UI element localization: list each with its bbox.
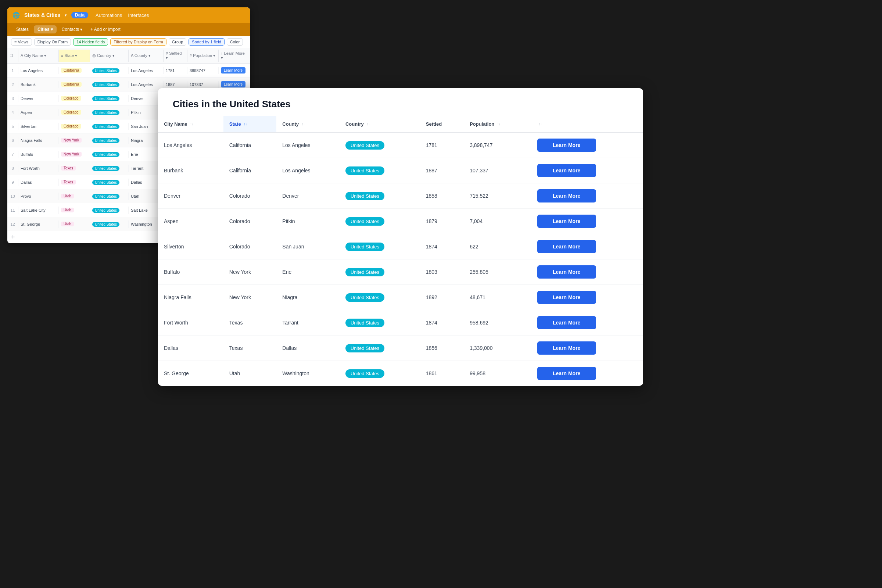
front-cell-population: 48,671 — [464, 285, 531, 310]
learn-more-button[interactable]: Learn More — [537, 367, 596, 380]
front-cell-population: 255,805 — [464, 260, 531, 285]
front-cell-city: Burbank — [158, 158, 224, 183]
col-county[interactable]: A County ▾ — [129, 50, 164, 62]
cell-country: United States — [90, 123, 129, 130]
list-item: Los Angeles California Los Angeles Unite… — [158, 132, 643, 158]
nav-interfaces[interactable]: Interfaces — [128, 12, 149, 18]
list-item: Dallas Texas Dallas United States 1856 1… — [158, 336, 643, 361]
front-panel: Cities in the United States City Name ↑↓… — [158, 88, 643, 386]
front-cell-state: Colorado — [224, 234, 276, 260]
learn-more-button[interactable]: Learn More — [537, 341, 596, 355]
pop-sort-icon: ↑↓ — [497, 123, 501, 126]
cell-city: Dallas — [18, 178, 59, 186]
learn-more-button[interactable]: Learn More — [221, 67, 246, 74]
th-country[interactable]: Country ↑↓ — [340, 116, 420, 132]
color-button[interactable]: Color — [227, 38, 243, 46]
col-learn-more[interactable]: ↑ Learn More ▾ — [219, 50, 248, 62]
sort-button[interactable]: Sorted by 1 field — [189, 38, 225, 46]
front-cell-action: Learn More — [531, 260, 643, 285]
front-cell-county: Los Angeles — [276, 158, 340, 183]
learn-more-button[interactable]: Learn More — [537, 164, 596, 177]
learn-more-button[interactable]: Learn More — [537, 189, 596, 202]
list-item: Burbank California Los Angeles United St… — [158, 158, 643, 183]
group-button[interactable]: Group — [169, 38, 187, 46]
th-population[interactable]: Population ↑↓ — [464, 116, 531, 132]
front-cell-county: Washington — [276, 361, 340, 386]
front-cell-city: Aspen — [158, 209, 224, 234]
front-cell-county: Pitkin — [276, 209, 340, 234]
front-cell-action: Learn More — [531, 183, 643, 209]
county-sort-icon: ↑↓ — [302, 123, 305, 126]
front-cell-county: Dallas — [276, 336, 340, 361]
front-cell-city: Silverton — [158, 234, 224, 260]
learn-more-button[interactable]: Learn More — [537, 266, 596, 279]
cell-state: Texas — [59, 164, 90, 172]
learn-more-button[interactable]: Learn More — [537, 138, 596, 152]
hidden-fields-button[interactable]: 14 hidden fields — [73, 38, 108, 46]
list-item: Fort Worth Texas Tarrant United States 1… — [158, 310, 643, 336]
row-number: 3 — [8, 95, 18, 102]
col-country[interactable]: ◎ Country ▾ — [90, 50, 129, 62]
learn-more-button[interactable]: Learn More — [537, 316, 596, 329]
action-sort-icon: ↑↓ — [539, 123, 542, 126]
nav-automations[interactable]: Automations — [96, 12, 122, 18]
cell-state: Utah — [59, 206, 90, 214]
front-cell-city: Buffalo — [158, 260, 224, 285]
cell-city: Silverton — [18, 123, 59, 130]
row-number: 10 — [8, 193, 18, 200]
column-headers: ☐ A City Name ▾ ≡ State ▾ ◎ Country ▾ A … — [8, 48, 250, 64]
cell-country: United States — [90, 81, 129, 88]
col-city-name[interactable]: A City Name ▾ — [18, 50, 59, 62]
views-button[interactable]: ≡ Views — [11, 38, 32, 46]
cell-state: New York — [59, 150, 90, 158]
th-city-name[interactable]: City Name ↑↓ — [158, 116, 224, 132]
tab-contacts[interactable]: Contacts ▾ — [58, 26, 86, 33]
cell-city: Provo — [18, 193, 59, 200]
front-table-header-row: City Name ↑↓ State ↑↓ County ↑↓ Country … — [158, 116, 643, 132]
front-table-body: Los Angeles California Los Angeles Unite… — [158, 132, 643, 386]
front-cell-country: United States — [340, 285, 420, 310]
cell-state: California — [59, 66, 90, 74]
front-cell-country: United States — [340, 132, 420, 158]
th-county[interactable]: County ↑↓ — [276, 116, 340, 132]
list-item: Niagra Falls New York Niagra United Stat… — [158, 285, 643, 310]
col-settled[interactable]: # Settled ▾ — [164, 50, 188, 62]
cell-country: United States — [90, 109, 129, 116]
front-cell-country: United States — [340, 209, 420, 234]
list-item: Silverton Colorado San Juan United State… — [158, 234, 643, 260]
nav-links: Automations Interfaces — [96, 12, 149, 18]
learn-more-button[interactable]: Learn More — [537, 291, 596, 304]
cell-city: St. George — [18, 220, 59, 228]
city-sort-icon: ↑↓ — [190, 123, 193, 126]
cell-population: 107337 — [188, 81, 219, 88]
col-state[interactable]: ≡ State ▾ — [59, 50, 90, 62]
nav-data-pill[interactable]: Data — [71, 12, 88, 18]
th-settled[interactable]: Settled — [420, 116, 464, 132]
front-cell-population: 107,337 — [464, 158, 531, 183]
cell-county: Los Angeles — [129, 67, 164, 74]
front-cell-action: Learn More — [531, 310, 643, 336]
display-button[interactable]: Display On Form — [34, 38, 71, 46]
front-cell-country: United States — [340, 361, 420, 386]
add-tab-button[interactable]: + Add or import — [90, 27, 120, 32]
front-cell-settled: 1858 — [420, 183, 464, 209]
cell-city: Denver — [18, 95, 59, 102]
title-chevron-icon: ▾ — [64, 13, 67, 18]
list-item: St. George Utah Washington United States… — [158, 361, 643, 386]
th-state[interactable]: State ↑↓ — [224, 116, 276, 132]
front-cell-country: United States — [340, 234, 420, 260]
learn-more-button[interactable]: Learn More — [221, 81, 246, 87]
col-population[interactable]: # Population ▾ — [188, 50, 219, 62]
front-cell-state: Texas — [224, 310, 276, 336]
filter-button[interactable]: Filtered by Display on Form — [110, 38, 166, 46]
cell-country: United States — [90, 151, 129, 158]
learn-more-button[interactable]: Learn More — [537, 214, 596, 228]
front-cell-action: Learn More — [531, 158, 643, 183]
top-nav: 🌐 States & Cities ▾ Data Automations Int… — [8, 8, 250, 23]
front-cell-county: Los Angeles — [276, 132, 340, 158]
cell-city: Salt Lake City — [18, 207, 59, 214]
cell-city: Aspen — [18, 109, 59, 116]
tab-cities[interactable]: Cities ▾ — [34, 26, 57, 33]
tab-states[interactable]: States — [12, 26, 32, 33]
learn-more-button[interactable]: Learn More — [537, 240, 596, 253]
